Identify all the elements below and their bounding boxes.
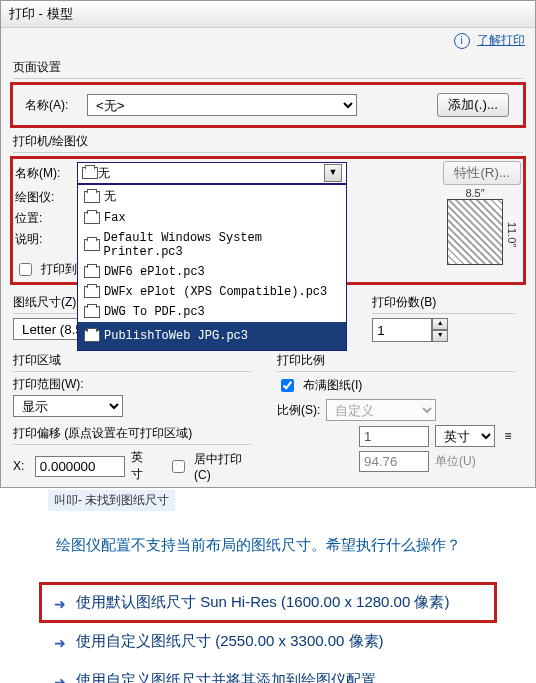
printer-title: 打印机/绘图仪	[13, 133, 523, 150]
desc-label: 说明:	[15, 231, 71, 248]
ratio-label: 比例(S):	[277, 402, 320, 419]
page-name-label: 名称(A):	[25, 97, 81, 114]
scale-unit-select[interactable]: 英寸	[435, 425, 495, 447]
where-label: 位置:	[15, 210, 71, 227]
arrow-icon: ➜	[54, 635, 66, 651]
page-setup-title: 页面设置	[13, 59, 523, 76]
center-label: 居中打印(C)	[194, 451, 251, 482]
page-name-select[interactable]: <无>	[87, 94, 357, 116]
add-button[interactable]: 添加(.)...	[437, 93, 509, 117]
printer-option[interactable]: DWF6 ePlot.pc3	[78, 262, 346, 282]
copies-spinner[interactable]: ▲▼	[372, 318, 448, 342]
unit-label: 单位(U)	[435, 453, 495, 470]
scale-den-input	[359, 451, 429, 472]
center-checkbox[interactable]	[172, 460, 185, 473]
clip-label: 叫叩- 未找到图纸尺寸	[48, 490, 175, 511]
warning-message: 绘图仪配置不支持当前布局的图纸尺寸。希望执行什么操作？	[56, 533, 480, 557]
printer-dropdown-list: 无 Fax Default Windows System Printer.pc3…	[77, 184, 347, 351]
option-default-size[interactable]: ➜ 使用默认图纸尺寸 Sun Hi-Res (1600.00 x 1280.00…	[40, 583, 496, 622]
arrow-icon: ➜	[54, 674, 66, 683]
fit-checkbox[interactable]	[281, 379, 294, 392]
option-custom-add[interactable]: ➜ 使用自定义图纸尺寸并将其添加到绘图仪配置	[40, 661, 496, 683]
offset-x-label: X:	[13, 459, 29, 473]
info-bar: i 了解打印	[1, 28, 535, 53]
page-setup-group: 名称(A): <无> 添加(.)...	[11, 83, 525, 127]
print-area-title: 打印区域	[13, 352, 251, 369]
printer-option[interactable]: Fax	[78, 208, 346, 228]
copies-title: 打印份数(B)	[372, 294, 515, 311]
learn-print-link[interactable]: 了解打印	[477, 33, 525, 47]
scale-title: 打印比例	[277, 352, 515, 369]
arrow-icon: ➜	[54, 596, 66, 612]
offset-x-unit: 英寸	[131, 449, 152, 483]
option-custom-size[interactable]: ➜ 使用自定义图纸尺寸 (2550.00 x 3300.00 像素)	[40, 622, 496, 661]
properties-button[interactable]: 特性(R)...	[443, 161, 521, 185]
print-range-label: 打印范围(W):	[13, 376, 84, 393]
dialog-title: 打印 - 模型	[1, 1, 535, 28]
ratio-select: 自定义	[326, 399, 436, 421]
offset-x-input[interactable]	[35, 456, 125, 477]
printer-option[interactable]: DWG To PDF.pc3	[78, 302, 346, 322]
plot-to-file-checkbox[interactable]	[19, 263, 32, 276]
printer-group: 名称(M): 无 ▼ 无 Fax Default Windows System …	[11, 157, 525, 284]
info-icon: i	[454, 33, 470, 49]
printer-name-label: 名称(M):	[15, 165, 71, 182]
chevron-down-icon[interactable]: ▼	[324, 164, 342, 182]
offset-title: 打印偏移 (原点设置在可打印区域)	[13, 425, 251, 442]
printer-name-dropdown[interactable]: 无 ▼ 无 Fax Default Windows System Printer…	[77, 162, 347, 184]
printer-icon	[82, 167, 98, 179]
paper-preview: 8.5″ 11.0″	[431, 187, 519, 265]
plotter-label: 绘图仪:	[15, 189, 71, 206]
printer-option[interactable]: Default Windows System Printer.pc3	[78, 228, 346, 262]
print-range-select[interactable]: 显示	[13, 395, 123, 417]
scale-num-input	[359, 426, 429, 447]
fit-label: 布满图纸(I)	[303, 377, 362, 394]
printer-option[interactable]: 无	[78, 185, 346, 208]
printer-option-selected[interactable]: PublishToWeb JPG.pc3	[78, 322, 346, 350]
printer-option[interactable]: DWFx ePlot (XPS Compatible).pc3	[78, 282, 346, 302]
